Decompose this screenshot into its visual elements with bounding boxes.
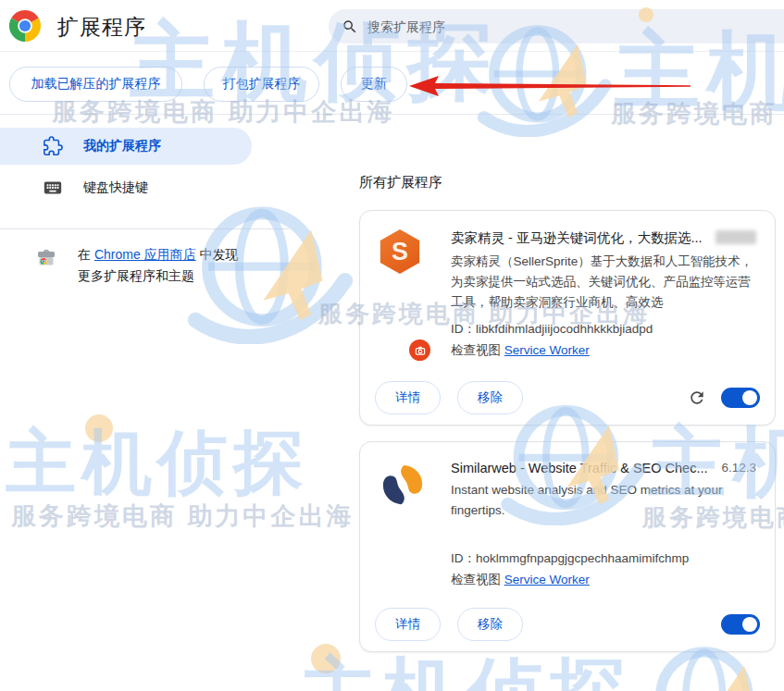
chrome-web-store-icon <box>35 247 57 269</box>
puzzle-extension-icon <box>43 136 63 156</box>
extension-card-sellersprite: S 卖家精灵 - 亚马逊关键词优化，大数据选... 卖家精灵（SellerSpr… <box>359 210 776 426</box>
search-bar[interactable] <box>329 9 784 43</box>
extension-content: 卖家精灵 - 亚马逊关键词优化，大数据选... 卖家精灵（SellerSprit… <box>451 229 756 359</box>
sidebar-divider <box>0 228 289 229</box>
toggle-knob <box>742 390 757 405</box>
red-arrow-annotation <box>405 72 694 100</box>
extension-description: 卖家精灵（SellerSprite）基于大数据和人工智能技术，为卖家提供一站式选… <box>451 252 756 313</box>
watermark-tagline: 服务跨境电商 助力中企出海 <box>11 504 355 529</box>
discover-section: 在 Chrome 应用商店 中发现 更多扩展程序和主题 <box>0 244 289 287</box>
extension-card-similarweb: Similarweb - Website Traffic & SEO Chec.… <box>359 441 776 652</box>
service-worker-link[interactable]: Service Worker <box>504 573 590 586</box>
remove-button[interactable]: 移除 <box>457 381 523 414</box>
extension-description: Instant website analysis and SEO metrics… <box>451 480 756 521</box>
extension-content: Similarweb - Website Traffic & SEO Chec.… <box>451 461 756 588</box>
search-input[interactable] <box>367 19 645 34</box>
card-body: Similarweb - Website Traffic & SEO Chec.… <box>360 442 775 588</box>
extension-id: ID：hoklmmgfnpapgjgcpechhaamimifchmp <box>451 550 756 567</box>
inspect-views: 检查视图 Service Worker <box>451 572 756 588</box>
watermark-brand-text: 主机侦探 <box>6 427 309 498</box>
discover-line2: 更多扩展程序和主题 <box>78 265 261 287</box>
sellersprite-icon: S <box>379 229 427 359</box>
extension-id: ID：libkfdihmladjiijocodhhkkkbjiadpd <box>451 321 756 338</box>
search-icon <box>342 19 358 35</box>
card-body: S 卖家精灵 - 亚马逊关键词优化，大数据选... 卖家精灵（SellerSpr… <box>360 211 775 359</box>
details-button[interactable]: 详情 <box>375 608 441 641</box>
watermark-dot <box>85 414 113 442</box>
sidebar-item-label: 键盘快捷键 <box>83 179 148 196</box>
update-button[interactable]: 更新 <box>341 67 407 102</box>
card-footer: 详情 移除 <box>360 371 775 425</box>
sidebar-item-my-extensions[interactable]: 我的扩展程序 <box>0 128 252 165</box>
extension-title: Similarweb - Website Traffic & SEO Chec.… <box>451 461 714 475</box>
inspect-views: 检查视图 Service Worker <box>451 342 756 359</box>
reload-extension-icon[interactable] <box>688 389 706 407</box>
details-button[interactable]: 详情 <box>375 381 441 414</box>
discover-line1: 在 Chrome 应用商店 中发现 <box>78 244 261 265</box>
pack-extension-button[interactable]: 打包扩展程序 <box>204 67 319 102</box>
toggle-knob <box>742 617 757 632</box>
sidebar-item-label: 我的扩展程序 <box>83 138 161 154</box>
all-extensions-heading: 所有扩展程序 <box>359 174 442 191</box>
chrome-logo-icon <box>9 10 41 42</box>
extension-title: 卖家精灵 - 亚马逊关键词优化，大数据选... <box>451 229 708 247</box>
card-footer: 详情 移除 <box>360 598 775 651</box>
enable-toggle[interactable] <box>721 614 760 635</box>
extension-version: 6.12.3 <box>721 461 756 475</box>
enable-toggle[interactable] <box>721 388 760 408</box>
header: 扩展程序 <box>0 0 784 52</box>
redacted-version <box>716 230 756 244</box>
watermark-brand-text: 主机侦探 <box>300 655 633 691</box>
remove-button[interactable]: 移除 <box>457 608 523 641</box>
chrome-web-store-link[interactable]: Chrome 应用商店 <box>94 247 196 262</box>
sidebar: 我的扩展程序 键盘快捷键 在 Chrome 应用商店 中发现 更多扩展程序和主 <box>0 115 289 287</box>
service-worker-link[interactable]: Service Worker <box>504 343 590 357</box>
similarweb-icon <box>379 461 427 588</box>
load-unpacked-button[interactable]: 加载已解压的扩展程序 <box>9 67 182 102</box>
page-title: 扩展程序 <box>57 13 146 42</box>
sidebar-item-keyboard-shortcuts[interactable]: 键盘快捷键 <box>0 169 289 206</box>
camera-badge-icon <box>409 339 430 361</box>
watermark-dot <box>311 644 341 673</box>
keyboard-icon <box>43 178 63 198</box>
